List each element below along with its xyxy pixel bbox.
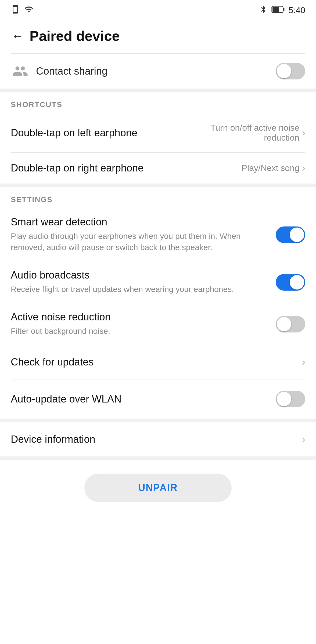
contact-sharing-label: Contact sharing xyxy=(36,65,107,77)
time-display: 5:40 xyxy=(289,5,305,15)
section-divider-2 xyxy=(0,184,316,187)
device-info-chevron-icon: › xyxy=(302,434,305,445)
shortcuts-section-header: SHORTCUTS xyxy=(0,92,316,113)
svg-rect-1 xyxy=(283,8,284,11)
active-noise-desc: Filter out background noise. xyxy=(11,325,268,337)
active-noise-toggle[interactable] xyxy=(276,316,305,332)
shortcut-right-chevron-icon: › xyxy=(302,163,305,174)
unpair-container: UNPAIR xyxy=(0,460,316,515)
auto-update-toggle[interactable] xyxy=(276,391,305,407)
shortcut-left-label: Double-tap on left earphone xyxy=(11,127,137,139)
smart-wear-detection-item[interactable]: Smart wear detection Play audio through … xyxy=(0,208,316,261)
section-divider-4 xyxy=(0,456,316,460)
audio-broadcasts-toggle-thumb xyxy=(290,275,304,290)
back-button[interactable]: ← xyxy=(8,27,27,45)
active-noise-title: Active noise reduction xyxy=(11,311,268,323)
smart-wear-toggle[interactable] xyxy=(276,226,305,243)
status-bar: 5:40 xyxy=(0,0,316,19)
contact-sharing-item[interactable]: Contact sharing xyxy=(0,54,316,89)
back-arrow-icon: ← xyxy=(12,29,23,43)
status-right-icons: 5:40 xyxy=(260,5,305,16)
svg-rect-2 xyxy=(272,7,279,12)
active-noise-reduction-item[interactable]: Active noise reduction Filter out backgr… xyxy=(0,303,316,345)
smart-wear-toggle-thumb xyxy=(290,228,304,242)
page-title: Paired device xyxy=(30,28,120,44)
device-info-label: Device information xyxy=(11,434,95,445)
section-divider-1 xyxy=(0,89,316,92)
check-updates-label: Check for updates xyxy=(11,356,94,368)
bluetooth-icon xyxy=(260,5,268,16)
shortcut-right-label: Double-tap on right earphone xyxy=(11,162,143,174)
contact-sharing-left: Contact sharing xyxy=(11,62,276,80)
contact-sharing-toggle[interactable] xyxy=(276,63,305,79)
check-updates-chevron-icon: › xyxy=(302,357,305,368)
device-information-item[interactable]: Device information › xyxy=(0,422,316,456)
audio-broadcasts-title: Audio broadcasts xyxy=(11,269,268,281)
shortcut-left-value: Turn on/off active noise reduction › xyxy=(203,123,305,143)
audio-broadcasts-item[interactable]: Audio broadcasts Receive flight or trave… xyxy=(0,261,316,303)
shortcut-right-earphone[interactable]: Double-tap on right earphone Play/Next s… xyxy=(0,153,316,184)
unpair-button[interactable]: UNPAIR xyxy=(84,474,231,502)
auto-update-label: Auto-update over WLAN xyxy=(11,393,121,405)
audio-broadcasts-desc: Receive flight or travel updates when we… xyxy=(11,284,268,295)
auto-update-toggle-thumb xyxy=(277,392,291,406)
contact-sharing-toggle-thumb xyxy=(277,64,291,78)
audio-broadcasts-toggle[interactable] xyxy=(276,274,305,291)
auto-update-item[interactable]: Auto-update over WLAN xyxy=(0,379,316,419)
section-divider-3 xyxy=(0,419,316,422)
wifi-icon xyxy=(24,5,34,16)
smart-wear-desc: Play audio through your earphones when y… xyxy=(11,230,268,253)
active-noise-toggle-thumb xyxy=(277,317,291,331)
status-left-icons xyxy=(11,5,34,16)
shortcut-left-chevron-icon: › xyxy=(302,127,305,138)
check-updates-item[interactable]: Check for updates › xyxy=(0,345,316,379)
settings-section-header: SETTINGS xyxy=(0,187,316,208)
shortcut-left-earphone[interactable]: Double-tap on left earphone Turn on/off … xyxy=(0,113,316,152)
contact-icon xyxy=(11,62,30,80)
battery-icon xyxy=(271,5,285,15)
header: ← Paired device xyxy=(0,19,316,53)
sim-icon xyxy=(11,5,20,16)
shortcut-right-value: Play/Next song › xyxy=(242,163,305,174)
smart-wear-title: Smart wear detection xyxy=(11,216,268,228)
